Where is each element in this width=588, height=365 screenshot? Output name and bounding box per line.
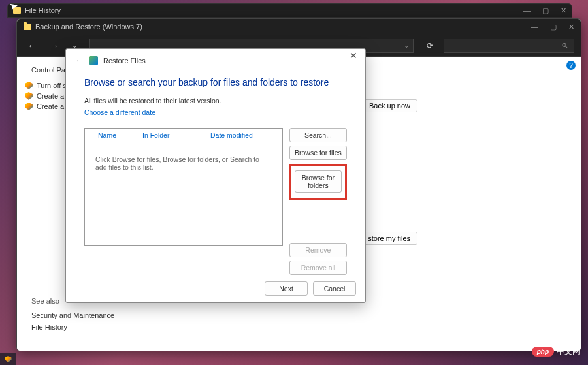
see-also-link-security[interactable]: Security and Maintenance xyxy=(31,311,114,319)
list-header: Name In Folder Date modified xyxy=(85,129,282,142)
browse-folders-button[interactable]: Browse for folders xyxy=(295,170,342,193)
maximize-button[interactable]: ▢ xyxy=(542,7,549,15)
search-icon: 🔍︎ xyxy=(561,42,568,50)
choose-date-link[interactable]: Choose a different date xyxy=(84,108,155,116)
back-arrow-icon[interactable]: ← xyxy=(75,56,84,65)
button-column: Search... Browse for files Browse for fo… xyxy=(289,128,347,275)
search-input[interactable]: 🔍︎ xyxy=(444,39,574,53)
chevron-down-icon: ⌄ xyxy=(404,42,409,49)
see-also-link-filehistory[interactable]: File History xyxy=(31,323,114,331)
taskbar-fragment xyxy=(0,353,16,365)
browse-files-button[interactable]: Browse for files xyxy=(289,146,347,160)
empty-list-text: Click Browse for files, Browse for folde… xyxy=(85,142,282,184)
next-button[interactable]: Next xyxy=(265,281,308,296)
dialog-footer: Next Cancel xyxy=(265,281,356,296)
win2-title: Backup and Restore (Windows 7) xyxy=(35,23,142,31)
minimize-button[interactable]: — xyxy=(531,23,538,31)
win1-title: File History xyxy=(25,7,61,14)
back-arrow-icon[interactable]: ← xyxy=(24,39,41,52)
refresh-icon[interactable]: ⟳ xyxy=(427,41,433,50)
help-icon[interactable]: ? xyxy=(566,61,576,70)
restore-icon xyxy=(89,56,98,65)
dialog-title: Restore Files xyxy=(103,57,146,65)
dialog-header: ← Restore Files xyxy=(66,49,365,67)
dialog-body: Browse or search your backup for files a… xyxy=(66,67,365,275)
file-list[interactable]: Name In Folder Date modified Click Brows… xyxy=(84,128,283,246)
minimize-button[interactable]: — xyxy=(523,7,531,15)
restore-my-files-button[interactable]: store my files xyxy=(361,232,417,245)
close-button[interactable]: ✕ xyxy=(346,50,361,61)
file-history-window-titlebar: File History — ▢ ✕ xyxy=(7,3,572,18)
win2-titlebar: Backup and Restore (Windows 7) — ▢ ✕ xyxy=(17,19,581,35)
remove-all-button: Remove all xyxy=(289,261,347,275)
dialog-heading: Browse or search your backup for files a… xyxy=(84,77,347,87)
folder-icon xyxy=(24,24,31,30)
column-date[interactable]: Date modified xyxy=(210,131,282,139)
cancel-button[interactable]: Cancel xyxy=(313,281,356,296)
search-button[interactable]: Search... xyxy=(289,128,347,142)
close-button[interactable]: ✕ xyxy=(561,7,566,15)
close-button[interactable]: ✕ xyxy=(568,23,574,31)
forward-arrow-icon[interactable]: → xyxy=(46,39,63,52)
shield-icon xyxy=(25,103,33,110)
shield-icon xyxy=(25,82,33,89)
backup-now-button[interactable]: Back up now xyxy=(362,99,417,112)
folder-icon xyxy=(13,7,21,14)
remove-button: Remove xyxy=(289,243,347,257)
watermark-pill: php xyxy=(532,347,554,357)
watermark-text: 中文网 xyxy=(557,346,580,357)
dialog-subtext: All files will be restored to their late… xyxy=(84,97,347,104)
column-folder[interactable]: In Folder xyxy=(142,131,210,139)
watermark: php 中文网 xyxy=(532,346,580,357)
maximize-button[interactable]: ▢ xyxy=(550,23,557,31)
shield-icon xyxy=(25,92,33,100)
column-name[interactable]: Name xyxy=(85,131,142,139)
shield-icon xyxy=(5,356,12,362)
highlight-annotation: Browse for folders xyxy=(289,164,347,200)
restore-files-dialog: ✕ ← Restore Files Browse or search your … xyxy=(65,48,366,303)
